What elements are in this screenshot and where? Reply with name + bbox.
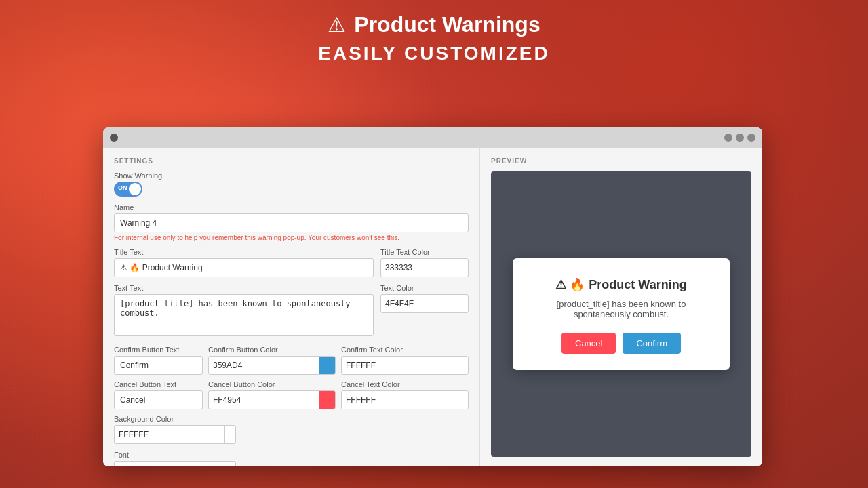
preview-area: ⚠ 🔥 Product Warning [product_title] has … xyxy=(491,171,751,457)
confirm-text-color-input[interactable] xyxy=(342,361,452,370)
bg-color-swatch[interactable] xyxy=(224,425,236,444)
confirm-btn-color-label: Confirm Button Color xyxy=(208,346,336,354)
confirm-text-color-swatch[interactable] xyxy=(452,356,468,375)
cancel-text-color-input[interactable] xyxy=(342,395,452,405)
cancel-btn-color-swatch[interactable] xyxy=(319,390,335,409)
bg-color-wrapper xyxy=(114,425,236,444)
name-input[interactable] xyxy=(114,214,469,232)
title-color-label: Title Text Color xyxy=(380,248,469,256)
app-header: ⚠ Product Warnings EASILY CUSTOMIZED xyxy=(0,0,868,64)
font-select[interactable]: Nunito Arial Helvetica Georgia Verdana xyxy=(114,461,236,466)
confirm-text-color-group: Confirm Text Color xyxy=(341,346,469,375)
title-color-wrapper xyxy=(380,258,469,277)
browser-content: SETTINGS Show Warning ON Name For intern… xyxy=(103,148,762,466)
confirm-text-color-wrapper xyxy=(341,356,469,375)
browser-dot-2 xyxy=(736,134,744,142)
browser-dot-left xyxy=(110,134,118,142)
modal-title: ⚠ 🔥 Product Warning xyxy=(533,277,709,292)
confirm-btn-color-swatch[interactable] xyxy=(319,356,335,375)
modal-title-icon: ⚠ 🔥 xyxy=(555,277,585,292)
name-group: Name For internal use only to help you r… xyxy=(114,203,469,241)
header-title-row: ⚠ Product Warnings xyxy=(0,12,868,37)
confirm-btn-color-group: Confirm Button Color xyxy=(208,346,336,375)
name-label: Name xyxy=(114,203,469,211)
text-text-input[interactable]: [product_title] has been known to sponta… xyxy=(114,294,374,336)
bg-color-input[interactable] xyxy=(115,430,224,439)
toggle-on-text: ON xyxy=(118,184,127,191)
text-color-group: Text Color xyxy=(380,284,469,339)
cancel-btn-color-wrapper xyxy=(208,390,336,409)
show-warning-toggle[interactable]: ON xyxy=(114,182,142,197)
browser-dot-1 xyxy=(724,134,732,142)
toggle-wrapper: ON xyxy=(114,182,469,197)
cancel-row: Cancel Button Text Cancel Button Color C… xyxy=(114,380,469,409)
text-row: Text Text [product_title] has been known… xyxy=(114,284,469,339)
title-row: Title Text Title Text Color xyxy=(114,248,469,277)
confirm-btn-text-label: Confirm Button Text xyxy=(114,346,203,354)
cancel-btn-color-label: Cancel Button Color xyxy=(208,380,336,388)
settings-label: SETTINGS xyxy=(114,157,469,165)
text-color-input[interactable] xyxy=(381,299,469,308)
app-subtitle: EASILY CUSTOMIZED xyxy=(0,43,868,64)
title-text-input[interactable] xyxy=(114,258,374,277)
browser-window: SETTINGS Show Warning ON Name For intern… xyxy=(103,127,762,466)
font-label: Font xyxy=(114,451,469,459)
name-hint: For internal use only to help you rememb… xyxy=(114,234,469,241)
title-text-group: Title Text xyxy=(114,248,374,277)
cancel-btn-color-group: Cancel Button Color xyxy=(208,380,336,409)
cancel-btn-text-input[interactable] xyxy=(114,390,203,409)
confirm-text-color-label: Confirm Text Color xyxy=(341,346,469,354)
confirm-row: Confirm Button Text Confirm Button Color… xyxy=(114,346,469,375)
modal-cancel-button[interactable]: Cancel xyxy=(561,333,616,354)
cancel-text-color-wrapper xyxy=(341,390,469,409)
text-color-wrapper xyxy=(380,294,469,313)
bg-color-row xyxy=(114,425,469,444)
modal-title-text: Product Warning xyxy=(589,278,686,292)
preview-modal: ⚠ 🔥 Product Warning [product_title] has … xyxy=(513,258,730,370)
cancel-btn-text-group: Cancel Button Text xyxy=(114,380,203,409)
confirm-btn-text-input[interactable] xyxy=(114,356,203,375)
text-text-label: Text Text xyxy=(114,284,374,292)
text-text-group: Text Text [product_title] has been known… xyxy=(114,284,374,339)
title-color-group: Title Text Color xyxy=(380,248,469,277)
browser-titlebar xyxy=(103,127,762,148)
warning-icon: ⚠ xyxy=(328,13,346,37)
confirm-btn-text-group: Confirm Button Text xyxy=(114,346,203,375)
bg-color-label: Background Color xyxy=(114,415,469,423)
modal-confirm-button[interactable]: Confirm xyxy=(623,333,681,354)
cancel-text-color-label: Cancel Text Color xyxy=(341,380,469,388)
show-warning-label: Show Warning xyxy=(114,171,469,180)
bg-color-group: Background Color xyxy=(114,415,469,444)
cancel-btn-text-label: Cancel Button Text xyxy=(114,380,203,388)
app-title: Product Warnings xyxy=(354,12,540,37)
confirm-btn-color-input[interactable] xyxy=(209,361,319,370)
browser-dot-3 xyxy=(747,134,755,142)
cancel-btn-color-input[interactable] xyxy=(209,395,319,405)
title-color-input[interactable] xyxy=(381,263,469,272)
cancel-text-color-swatch[interactable] xyxy=(452,390,468,409)
modal-buttons: Cancel Confirm xyxy=(533,333,709,354)
text-color-label: Text Color xyxy=(380,284,469,292)
confirm-btn-color-wrapper xyxy=(208,356,336,375)
modal-body: [product_title] has been known to sponta… xyxy=(533,299,709,319)
font-group: Font Nunito Arial Helvetica Georgia Verd… xyxy=(114,451,469,466)
preview-label: PREVIEW xyxy=(491,157,751,165)
show-warning-group: Show Warning ON xyxy=(114,171,469,197)
cancel-text-color-group: Cancel Text Color xyxy=(341,380,469,409)
preview-panel: PREVIEW ⚠ 🔥 Product Warning [product_tit… xyxy=(480,148,762,466)
title-text-label: Title Text xyxy=(114,248,374,256)
settings-panel: SETTINGS Show Warning ON Name For intern… xyxy=(103,148,480,466)
browser-dots-right xyxy=(724,134,755,142)
